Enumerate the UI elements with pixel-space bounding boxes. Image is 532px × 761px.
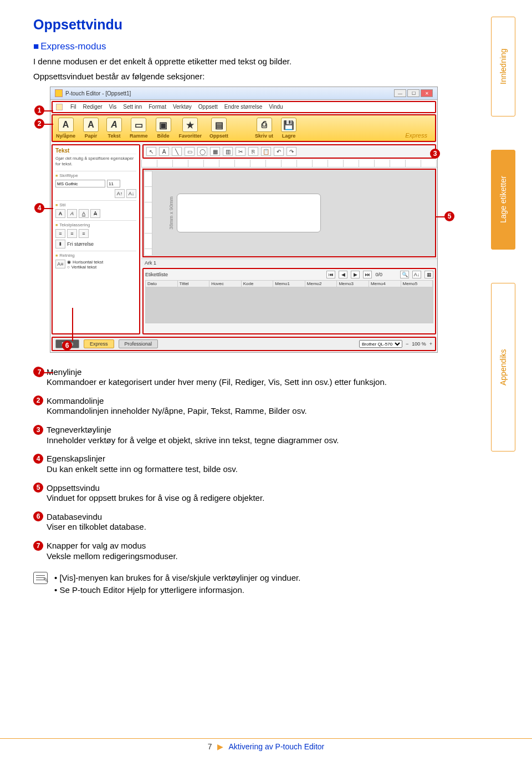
footer-link[interactable]: Aktivering av P-touch Editor [229, 742, 325, 751]
font-smaller-button[interactable]: A↓ [126, 189, 136, 198]
mode-pro-button[interactable]: Professional [119, 339, 158, 348]
database-window: Etikettliste ⏮ ◀ ▶ ⏭ 0/0 🔍 A↓ ▦ [142, 268, 436, 334]
frame-icon: ▭ [131, 118, 146, 132]
align-left-button[interactable]: ≡ [55, 229, 65, 238]
db-search-button[interactable]: 🔍 [400, 271, 409, 278]
db-col[interactable]: Kode [242, 281, 274, 287]
command-bar: ANy/åpne APapir ATekst ▭Ramme ▣Bilde ★Fa… [52, 114, 436, 142]
image-icon: ▣ [156, 118, 171, 132]
font-section: Skrifttype [55, 171, 136, 178]
legend-list: 1 Menylinje Kommandoer er kategorisert u… [33, 367, 466, 562]
cmd-nyapne[interactable]: ANy/åpne [56, 118, 75, 139]
vertical-ruler [145, 171, 152, 255]
db-col[interactable]: Memo5 [401, 281, 433, 287]
close-button[interactable]: ✕ [421, 89, 433, 97]
printer-select[interactable]: Brother QL-570 [359, 340, 402, 348]
legend-name-3: Tegneverktøylinje [47, 425, 111, 434]
text-tool[interactable]: A [159, 147, 169, 156]
cmd-fav[interactable]: ★Favoritter [179, 118, 202, 139]
radio-vertical[interactable]: ○ Vertikal tekst [67, 265, 103, 270]
underline-button[interactable]: A [79, 209, 89, 218]
db-next-button[interactable]: ▶ [351, 271, 360, 278]
db-first-button[interactable]: ⏮ [326, 271, 335, 278]
db-prev-button[interactable]: ◀ [339, 271, 347, 278]
db-col[interactable]: Tittel [178, 281, 210, 287]
font-name-input[interactable] [55, 180, 105, 187]
note-box: • [Vis]-menyen kan brukes for å vise/skj… [33, 572, 466, 597]
rect-tool[interactable]: ▭ [185, 147, 195, 156]
tab-appendiks[interactable]: Appendiks [491, 283, 515, 451]
placement-section: Tekstplassering [55, 220, 136, 227]
db-last-button[interactable]: ⏭ [363, 271, 372, 278]
app-icon [55, 89, 63, 97]
strike-button[interactable]: A̶ [90, 209, 100, 218]
db-col[interactable]: Memo2 [305, 281, 337, 287]
mode-express-button[interactable]: Express [84, 339, 114, 348]
copy-tool[interactable]: ⎘ [248, 147, 258, 156]
size-mode-button[interactable]: ⬍ [55, 240, 65, 248]
db-sort-button[interactable]: A↓ [412, 271, 421, 278]
window-title: P-touch Editor - [Oppsett1] [65, 90, 131, 97]
menu-fil[interactable]: Fil [70, 104, 76, 110]
menu-vindu[interactable]: Vindu [269, 104, 283, 110]
db-col[interactable]: Dato [146, 281, 178, 287]
db-col[interactable]: Memo1 [273, 281, 305, 287]
redo-tool[interactable]: ↷ [287, 147, 296, 156]
legend-num-5: 5 [33, 483, 43, 493]
db-counter: 0/0 [375, 272, 382, 277]
minimize-button[interactable]: — [394, 89, 406, 97]
paste-tool[interactable]: 📋 [261, 147, 271, 156]
line-tool[interactable]: ╲ [172, 147, 182, 156]
barcode-tool[interactable]: ▥ [223, 147, 233, 156]
cmd-save[interactable]: 💾Lagre [281, 118, 296, 139]
radio-horizontal[interactable]: ◉ Horisontal tekst [67, 260, 103, 265]
maximize-button[interactable]: ☐ [407, 89, 420, 97]
menu-settinn[interactable]: Sett inn [123, 104, 142, 110]
menu-rediger[interactable]: Rediger [83, 104, 103, 110]
zoom-out-button[interactable]: − [406, 341, 408, 347]
panel-hint: Gjør det mulig å spesifisere egenskaper … [55, 156, 136, 166]
legend-desc-7: Veksle mellom redigeringsmoduser. [47, 551, 466, 562]
ellipse-tool[interactable]: ◯ [197, 147, 207, 156]
tab-lage-etiketter[interactable]: Lage etiketter [491, 150, 515, 250]
menu-endre[interactable]: Endre størrelse [224, 104, 262, 110]
label-preview[interactable] [177, 194, 321, 232]
align-center-button[interactable]: ≡ [67, 229, 77, 238]
layout-icon: ▤ [211, 118, 227, 132]
layout-canvas[interactable]: 38mm x 90mm [142, 169, 436, 257]
undo-tool[interactable]: ↶ [274, 147, 284, 156]
sheet-tab[interactable]: Ark 1 [145, 260, 156, 266]
db-view-button[interactable]: ▦ [424, 271, 433, 278]
cmd-papir[interactable]: APapir [83, 118, 99, 139]
panel-title-tekst: Tekst [55, 148, 136, 154]
db-col[interactable]: Hovec [209, 281, 242, 287]
cmd-print[interactable]: ⎙Skriv ut [255, 118, 273, 139]
zoom-in-button[interactable]: + [429, 341, 432, 347]
side-tabs: Innledning Lage etiketter Appendiks [491, 17, 515, 451]
favorites-icon: ★ [182, 118, 198, 132]
db-col[interactable]: Memo4 [369, 281, 401, 287]
table-tool[interactable]: ▦ [210, 147, 220, 156]
cmd-oppsett[interactable]: ▤Oppsett [209, 118, 228, 139]
cut-tool[interactable]: ✂ [236, 147, 245, 156]
font-size-input[interactable] [107, 180, 120, 187]
italic-button[interactable]: A [67, 209, 77, 218]
font-larger-button[interactable]: A↑ [115, 189, 125, 198]
menu-verktoy[interactable]: Verktøy [173, 104, 192, 110]
free-size-label: Fri størrelse [67, 241, 94, 247]
menu-format[interactable]: Format [149, 104, 166, 110]
menu-oppsett[interactable]: Oppsett [198, 104, 218, 110]
legend-name-4: Egenskapslinjer [47, 454, 105, 463]
bold-button[interactable]: A [55, 209, 65, 218]
cmd-bilde[interactable]: ▣Bilde [156, 118, 171, 139]
db-col[interactable]: Memo3 [337, 281, 369, 287]
cmd-tekst[interactable]: ATekst [106, 118, 122, 139]
page-title: Oppsettvindu [33, 17, 466, 33]
db-empty-area [145, 287, 433, 323]
cmd-ramme[interactable]: ▭Ramme [130, 118, 148, 139]
tab-innledning[interactable]: Innledning [491, 17, 515, 116]
style-section: Stil [55, 200, 136, 207]
pointer-tool[interactable]: ↖ [146, 147, 156, 156]
align-right-button[interactable]: ≡ [79, 229, 89, 238]
menu-vis[interactable]: Vis [109, 104, 117, 110]
